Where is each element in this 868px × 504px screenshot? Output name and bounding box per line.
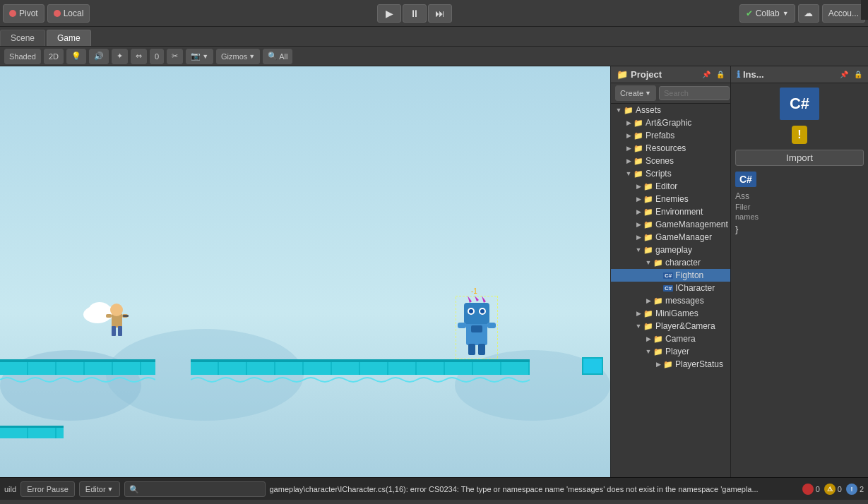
lock-icon[interactable]: 🔒 — [716, 71, 725, 78]
gizmos-button[interactable]: Gizmos ▼ — [216, 49, 260, 64]
folder-icon-gamemanager: 📁 — [643, 233, 653, 242]
folder-icon-editor: 📁 — [643, 182, 653, 191]
all-button[interactable]: 🔍 All — [263, 49, 292, 64]
warn-circle: ⚠ — [824, 484, 836, 495]
water-waves-left — [0, 374, 155, 385]
tree-item-art[interactable]: ▶ 📁 Art&Graphic — [611, 116, 730, 129]
account-button[interactable]: Accou... — [822, 4, 865, 23]
tree-item-messages[interactable]: ▶ 📁 messages — [611, 294, 730, 307]
inspector-header: ℹ Ins... 📌 🔒 — [731, 66, 868, 83]
account-label: Accou... — [828, 8, 859, 18]
arrow-gameplay: ▼ — [634, 246, 643, 253]
tree-item-prefabs[interactable]: ▶ 📁 Prefabs — [611, 129, 730, 142]
tree-item-gamemanagement[interactable]: ▶ 📁 GameManagement — [611, 218, 730, 231]
arrow-enemies: ▶ — [634, 196, 643, 203]
light-button[interactable]: 💡 — [66, 49, 86, 64]
svg-rect-17 — [478, 344, 485, 355]
pivot-button[interactable]: Pivot — [3, 4, 44, 23]
camera-select-button[interactable]: 📷 ▼ — [186, 49, 213, 64]
tree-item-camera[interactable]: ▶ 📁 Camera — [611, 332, 730, 345]
svg-rect-8 — [464, 303, 489, 324]
status-search-input[interactable] — [124, 481, 266, 497]
svg-rect-16 — [468, 344, 475, 355]
tree-item-player[interactable]: ▼ 📁 Player — [611, 345, 730, 358]
brace-label: } — [735, 224, 738, 234]
tab-game[interactable]: Game — [47, 30, 91, 46]
warn-count: 0 — [838, 485, 842, 493]
tree-label-gamemanager: GameManager — [655, 232, 712, 242]
tree-item-gameplay[interactable]: ▼ 📁 gameplay — [611, 244, 730, 256]
info-badge[interactable]: ! 2 — [846, 484, 864, 495]
tree-item-enemies[interactable]: ▶ 📁 Enemies — [611, 193, 730, 205]
tree-item-playercamera[interactable]: ▼ 📁 Player&Camera — [611, 320, 730, 332]
tree-label-environment: Environment — [655, 207, 703, 217]
error-badge[interactable]: 0 — [802, 484, 820, 495]
svg-point-15 — [480, 309, 484, 313]
local-button[interactable]: Local — [47, 4, 90, 23]
tree-item-gamemanager[interactable]: ▶ 📁 GameManager — [611, 231, 730, 244]
svg-point-1 — [110, 304, 123, 316]
tree-item-assets[interactable]: ▼ 📁 Assets — [611, 104, 730, 116]
tools-button[interactable]: ✂ — [167, 49, 183, 64]
transform-button[interactable]: ⇔ — [131, 49, 147, 64]
tree-item-icharacter[interactable]: C# ICharacter — [611, 282, 730, 294]
project-title: Project — [631, 69, 662, 80]
arrow-scripts: ▼ — [624, 170, 634, 177]
2d-button[interactable]: 2D — [44, 49, 64, 64]
right-panel: 📁 Project 📌 🔒 Create ▼ ≡ ⊞ ▼ 📁 — [610, 66, 730, 477]
top-toolbar: Pivot Local ▶ ⏸ ⏭ ✔ Collab ▼ ☁ Accou... — [0, 0, 868, 27]
arrow-minigames: ▶ — [634, 310, 643, 317]
filer-label: Filer — [735, 203, 750, 211]
warn-badge[interactable]: ⚠ 0 — [824, 484, 842, 495]
arrow-fighton — [653, 272, 663, 279]
shaded-button[interactable]: Shaded — [4, 49, 41, 64]
player-character — [105, 303, 129, 342]
play-button[interactable]: ▶ — [377, 4, 401, 23]
svg-rect-6 — [123, 315, 129, 317]
step-button[interactable]: ⏭ — [428, 4, 452, 23]
play-controls: ▶ ⏸ ⏭ — [93, 4, 736, 23]
cloud-button[interactable]: ☁ — [798, 4, 819, 23]
pin-icon[interactable]: 📌 — [702, 71, 711, 78]
tree-label-scripts: Scripts — [646, 169, 672, 179]
audio-button[interactable]: 🔊 — [89, 49, 109, 64]
tree-item-environment[interactable]: ▶ 📁 Environment — [611, 205, 730, 218]
info-count: 2 — [860, 485, 864, 493]
scene-toolbar: Shaded 2D 💡 🔊 ✦ ⇔ 0 ✂ 📷 ▼ Gizmos ▼ 🔍 All — [0, 47, 868, 66]
pause-button[interactable]: ⏸ — [403, 4, 427, 23]
tree-item-scenes[interactable]: ▶ 📁 Scenes — [611, 155, 730, 167]
editor-button[interactable]: Editor ▼ — [79, 481, 120, 497]
filer-section: Filer — [735, 203, 864, 211]
enemy-character — [456, 296, 498, 359]
tree-item-minigames[interactable]: ▶ 📁 MiniGames — [611, 307, 730, 320]
tree-item-editor[interactable]: ▶ 📁 Editor — [611, 180, 730, 193]
import-button[interactable]: Import — [735, 150, 864, 166]
project-panel: 📁 Project 📌 🔒 Create ▼ ≡ ⊞ ▼ 📁 — [611, 66, 730, 477]
tree-item-fighton[interactable]: C# Fighton — [611, 269, 730, 282]
arrow-assets: ▼ — [614, 107, 624, 114]
project-search-input[interactable] — [659, 86, 730, 100]
arrow-art: ▶ — [624, 119, 634, 126]
error-pause-button[interactable]: Error Pause — [20, 481, 75, 497]
inspector-pin-icon[interactable]: 📌 — [840, 71, 848, 78]
create-button[interactable]: Create ▼ — [615, 85, 656, 101]
inspector-lock-icon[interactable]: 🔒 — [854, 71, 862, 78]
arrow-playercamera: ▼ — [634, 323, 643, 330]
folder-icon-playerstatus: 📁 — [663, 360, 673, 369]
arrow-character: ▼ — [643, 259, 653, 266]
arrow-scenes: ▶ — [624, 157, 634, 164]
arrow-icharacter — [653, 284, 663, 292]
tab-scene[interactable]: Scene — [0, 30, 45, 46]
tree-item-resources[interactable]: ▶ 📁 Resources — [611, 142, 730, 155]
fx-button[interactable]: ✦ — [112, 49, 128, 64]
cs-icon-icharacter: C# — [663, 285, 673, 292]
tree-item-character[interactable]: ▼ 📁 character — [611, 256, 730, 269]
svg-rect-3 — [118, 326, 122, 336]
tree-item-scripts[interactable]: ▼ 📁 Scripts — [611, 167, 730, 180]
collab-button[interactable]: ✔ Collab ▼ — [739, 4, 795, 23]
tree-item-playerstatus[interactable]: ▶ 📁 PlayerStatus — [611, 358, 730, 371]
svg-point-14 — [469, 309, 473, 313]
count-button[interactable]: 0 — [150, 49, 164, 64]
arrow-prefabs: ▶ — [624, 132, 634, 139]
folder-icon-prefabs: 📁 — [634, 131, 643, 140]
